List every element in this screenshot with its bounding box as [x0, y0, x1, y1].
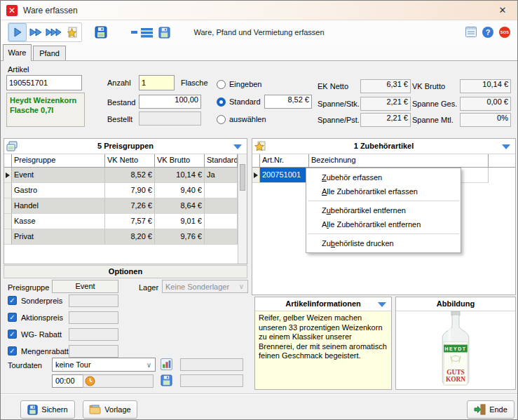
spanne-pst-field: 2,21 €	[360, 113, 411, 127]
exit-door-icon	[474, 404, 486, 415]
menu-separator	[308, 201, 459, 201]
mengenrabatt-label: Mengenrabatt	[21, 347, 69, 355]
help-icon[interactable]: ?	[482, 27, 493, 38]
aktionspreis-checkbox[interactable]	[8, 313, 17, 322]
panel-view-icon[interactable]	[465, 27, 477, 39]
artikelinfo-dropdown-icon[interactable]	[378, 302, 386, 307]
preisgruppen-row-kasse[interactable]: Kasse7,57 €9,01 €	[4, 214, 238, 229]
bestellt-label: Bestellt	[107, 115, 132, 123]
bottle-image: HEYDT GUTS KORN	[433, 311, 478, 389]
footer: Sichern Vorlage Ende	[1, 393, 517, 420]
tour-info-field-1	[180, 358, 243, 371]
vk-brutto-field: 10,14 €	[460, 79, 511, 93]
sos-icon[interactable]: SOS	[499, 27, 510, 38]
preisgruppen-row-privat[interactable]: Privat8,20 €9,76 €	[4, 229, 238, 245]
radio-auswaehlen-label: auswählen	[229, 115, 266, 123]
bestand-field[interactable]: 100,00	[139, 95, 201, 109]
artikelinfo-text: Reifer, gelber Weizen machen unseren 33 …	[255, 311, 391, 389]
fast-forward-icon[interactable]	[27, 23, 45, 41]
tab-ware[interactable]: Ware	[3, 44, 32, 61]
menu-item[interactable]: Zubehörliste drucken	[306, 236, 461, 250]
preisgruppen-dropdown-icon[interactable]	[233, 144, 242, 149]
zubehoer-header: Art.Nr. Bezeichnung	[252, 154, 515, 168]
play-icon[interactable]	[8, 23, 27, 41]
article-name-box: Heydt Weizenkorn Flasche 0,7l	[6, 93, 85, 127]
bestand-label: Bestand	[107, 98, 135, 107]
titlebar: ✕ Ware erfassen ✕	[1, 1, 517, 20]
radio-auswaehlen[interactable]	[217, 115, 226, 124]
preisgruppe-value: Event	[52, 280, 118, 293]
save-record-icon[interactable]	[92, 23, 110, 41]
artikelinfo-panel: Artikelinformationen Reifer, gelber Weiz…	[254, 297, 392, 390]
anzahl-input[interactable]	[139, 75, 175, 90]
vorlage-button[interactable]: Vorlage	[83, 400, 137, 419]
spanne-mtl-label: Spanne Mtl.	[412, 116, 454, 124]
aktionspreis-label: Aktionspreis	[21, 313, 63, 322]
record-nav-group	[8, 22, 82, 42]
radio-eingeben[interactable]	[217, 80, 226, 89]
menu-item[interactable]: Zubehör erfassen	[306, 170, 461, 184]
menu-item[interactable]: Zubehörartikel entfernen	[306, 203, 461, 217]
abbildung-panel: Abbildung HEYDT GUTS KORN	[395, 297, 516, 390]
tour-select[interactable]: keine Tour∨	[52, 358, 156, 372]
radio-standard-label: Standard	[229, 97, 261, 106]
col-preisgruppe: Preisgruppe	[12, 154, 105, 168]
lager-label: Lager	[139, 283, 158, 292]
lager-select: Keine Sonderlager∨	[162, 280, 248, 293]
col-vk-netto: VK Netto	[105, 154, 155, 168]
spanne-mtl-field: 0%	[460, 113, 511, 127]
anzahl-label: Anzahl	[107, 79, 131, 87]
menu-item[interactable]: Alle Zubehörartikel entfernen	[306, 217, 461, 231]
context-menu: Zubehör erfassenAlle Zubehörartikel erfa…	[306, 168, 461, 253]
mengenrabatt-checkbox[interactable]	[8, 346, 17, 355]
spanne-ges-field: 0,00 €	[460, 97, 511, 111]
save-icon	[27, 405, 38, 415]
artikelinfo-title: Artikelinformationen	[255, 299, 391, 308]
optionen-title: Optionen	[4, 265, 247, 278]
abbildung-title: Abbildung	[396, 299, 515, 308]
svg-text:GUTS: GUTS	[447, 369, 465, 376]
spanne-pst-label: Spanne/Pst.	[318, 116, 360, 124]
menu-item[interactable]: Alle Zubehörartikel erfassen	[306, 184, 461, 198]
window: ✕ Ware erfassen ✕	[0, 0, 518, 420]
wg-rabatt-checkbox[interactable]	[8, 330, 17, 339]
wg-rabatt-label: WG- Rabatt	[21, 330, 62, 339]
ek-netto-label: EK Netto	[318, 82, 348, 90]
list-view-icon[interactable]	[130, 23, 155, 41]
window-title: Ware erfassen	[23, 6, 78, 15]
favorite-record-icon[interactable]	[63, 23, 81, 41]
zubehoer-dropdown-icon[interactable]	[502, 144, 510, 149]
skip-to-end-icon[interactable]	[45, 23, 63, 41]
preisgruppen-scrollbar[interactable]	[238, 154, 247, 264]
preisgruppen-row-gastro[interactable]: Gastro7,90 €9,40 €	[4, 183, 238, 198]
vk-brutto-label: VK Brutto	[412, 82, 445, 90]
tour-save-icon[interactable]	[161, 374, 172, 388]
preisgruppen-header: Preisgruppe VK Netto VK Brutto Standard	[4, 154, 247, 168]
tab-pfand[interactable]: Pfand	[33, 46, 66, 60]
radio-standard[interactable]	[217, 97, 226, 107]
sonderpreis-checkbox[interactable]	[8, 296, 17, 305]
tour-chart-icon[interactable]	[161, 358, 172, 372]
app-logo-icon: ✕	[6, 5, 18, 16]
preisgruppe-label: Preisgruppe	[8, 283, 49, 292]
sonderpreis-field	[69, 294, 118, 307]
tourdaten-label: Tourdaten	[8, 361, 42, 370]
save-list-icon[interactable]	[155, 23, 173, 41]
zubehoer-title: 1 Zubehörartikel	[252, 142, 515, 150]
standard-price-field[interactable]: 8,52 €	[264, 95, 312, 109]
ende-button[interactable]: Ende	[467, 400, 514, 419]
bestellt-field	[139, 111, 201, 126]
ek-netto-field: 6,31 €	[360, 79, 411, 93]
article-number-input[interactable]	[6, 75, 82, 90]
preisgruppen-title: 5 Preisgruppen	[4, 142, 247, 150]
spanne-stk-label: Spanne/Stk.	[318, 100, 360, 108]
aktionspreis-field	[69, 311, 118, 324]
toolbar: Ware, Pfand und Vermietung erfassen ? SO…	[1, 20, 517, 44]
tour-info-field-2	[180, 374, 243, 387]
close-icon[interactable]: ✕	[488, 1, 517, 20]
preisgruppen-row-event[interactable]: Event8,52 €10,14 €Ja	[4, 168, 238, 183]
preisgruppen-rows: Event8,52 €10,14 €JaGastro7,90 €9,40 €Ha…	[4, 168, 238, 245]
spanne-stk-field: 2,21 €	[360, 97, 411, 111]
sichern-button[interactable]: Sichern	[20, 400, 75, 419]
preisgruppen-row-handel[interactable]: Handel7,26 €8,64 €	[4, 198, 238, 214]
